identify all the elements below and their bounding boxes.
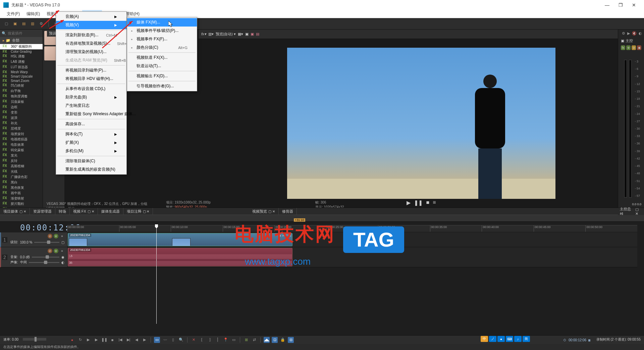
fx-item[interactable]: Smart Zoom xyxy=(0,79,43,83)
normal-edit-icon[interactable]: ▭ xyxy=(154,337,160,343)
menu-item[interactable]: 从事件布设音频 CD(L) xyxy=(56,85,126,93)
audio-track-row[interactable]: 202307061334 18 36 xyxy=(67,247,637,267)
pause-icon[interactable]: ❚❚ xyxy=(414,200,423,206)
panel-tab[interactable]: 项目注释▢ ✕ xyxy=(123,208,153,215)
fx-item[interactable]: 白平衡 xyxy=(0,88,43,94)
delete-icon[interactable]: ✕ xyxy=(191,337,197,343)
all-folder[interactable]: ▸ 📁 全部 xyxy=(0,37,43,44)
preview-overlay-icon[interactable]: ▣ xyxy=(245,32,249,36)
panel-tab[interactable]: 项目媒体▢ ✕ xyxy=(0,208,30,215)
menu-item[interactable]: ▫颜色分级(C)Alt+G xyxy=(127,43,197,52)
ime-indicator[interactable]: 简 xyxy=(523,336,530,342)
zoom-edit-icon[interactable]: 🔍 xyxy=(178,337,184,343)
pan-slider[interactable] xyxy=(29,262,59,263)
preview-quality-dropdown[interactable]: 预览(自动) ▾ xyxy=(216,32,236,37)
audio-track-header[interactable]: 2 ⊘ ※ ≡ 音量: 0.0 dB ◉ 声像: 中间 ◐ xyxy=(0,247,67,267)
menu-item[interactable]: 多机位(M)▶ xyxy=(56,147,126,155)
fx-item[interactable]: 360° 视频防抖 xyxy=(0,44,43,49)
menu-item[interactable]: 清理预渲染的视频(U)... xyxy=(56,48,126,56)
level-slider[interactable] xyxy=(34,242,59,243)
fx-list[interactable]: 360° 视频防抖Color GradingHSL 调整LAB 调整LUT 筛选… xyxy=(0,44,43,208)
fx-item[interactable]: LUT 筛选器 xyxy=(0,64,43,70)
track-automation-icon[interactable]: ◐ xyxy=(61,261,64,264)
menu-item[interactable]: 刻录光盘(B)▶ xyxy=(56,93,126,101)
fx-item[interactable]: 黑白 xyxy=(0,180,43,185)
fx-item[interactable]: 边框 xyxy=(0,104,43,110)
menu-icon[interactable]: ≡ xyxy=(433,200,436,206)
video-submenu[interactable]: ▫媒体 FX(M)...▫视频事件平移/裁切(P)...▫视频事件 FX(F).… xyxy=(127,17,197,91)
panel-tab[interactable]: 媒体生成器 xyxy=(98,208,123,215)
fx-item[interactable]: 波浪 xyxy=(0,115,43,121)
fx-item[interactable]: 钝化蒙板 xyxy=(0,147,43,153)
ime-indicator[interactable]: ● xyxy=(497,336,505,342)
menu-item[interactable]: 有选择地预渲染视频(S)...Shift+M xyxy=(56,39,126,48)
menu-item[interactable]: ▫视频事件 FX(F)... xyxy=(127,35,197,43)
menu-0[interactable]: 文件(F) xyxy=(3,10,23,18)
video-track-row[interactable]: 202307061334 ⇄ ✂ ▢ ≡ xyxy=(67,232,637,247)
timeline-ruler[interactable]: 00:00:00:0000:00:05:0000:00:10:0000:00:1… xyxy=(67,225,637,232)
play-icon[interactable]: ▶ xyxy=(407,200,411,206)
track-more-icon[interactable]: ≡ xyxy=(60,234,64,238)
lock-icon[interactable]: 🔒 xyxy=(280,337,286,343)
new-project-icon[interactable]: ▢ xyxy=(3,21,9,27)
fx-item[interactable]: 渐变映射 xyxy=(0,196,43,201)
menu-item[interactable]: 视频轨道 FX(X)... xyxy=(127,53,197,62)
fx-item[interactable]: 光线 xyxy=(0,169,43,174)
panel-tab[interactable]: 视频 FX▢ ✕ xyxy=(70,208,98,215)
menu-item[interactable]: 音频(A)▶ xyxy=(56,12,126,21)
preview-fx-icon[interactable]: fx▾ xyxy=(201,32,206,36)
preview-video[interactable] xyxy=(287,48,555,199)
audio-clip[interactable]: 202307061334 18 36 xyxy=(68,248,292,266)
fx-item[interactable]: 贝兹蒙板 xyxy=(0,99,43,104)
fx-item[interactable]: Mesh Warp xyxy=(0,70,43,74)
panel-tab[interactable]: 资源管理器 xyxy=(30,208,55,215)
fx-item[interactable]: 层维度 xyxy=(0,126,43,131)
panel-tab[interactable]: 视频预览▢ ✕ xyxy=(249,208,279,215)
menu-item[interactable]: 重新生成离线的嵌套音频(N) xyxy=(56,165,126,174)
solo-slot-icon[interactable]: ◉ xyxy=(637,45,641,50)
preview-copy-icon[interactable]: ▤ xyxy=(256,32,259,36)
envelope-edit-icon[interactable]: 〰 xyxy=(162,337,168,343)
quantize-icon[interactable]: ⊡ xyxy=(272,337,278,343)
go-end-icon[interactable]: ▶| xyxy=(125,337,131,343)
playhead[interactable] xyxy=(156,224,157,324)
tools-menu[interactable]: 音频(A)▶视频(V)▶渲染到新轨道(R)...Ctrl+M有选择地预渲染视频(… xyxy=(56,11,127,175)
minimize-button[interactable]: — xyxy=(600,2,614,8)
menu-1[interactable]: 编辑(E) xyxy=(23,10,43,18)
fx-item[interactable]: HSL 调整 xyxy=(0,54,43,59)
mute-slot-icon[interactable]: ⊘ xyxy=(632,45,636,50)
open-icon[interactable]: ▣ xyxy=(12,21,18,27)
fx-item[interactable]: Smart Upscale xyxy=(0,74,43,79)
menu-item[interactable]: 清除项目媒体(C) xyxy=(56,157,126,165)
clip-tools[interactable]: ⇄ ✂ ▢ ≡ xyxy=(278,234,291,237)
auto-crossfade-icon[interactable]: ◢◣ xyxy=(264,337,270,343)
menu-item[interactable]: 视频(V)▶ xyxy=(56,21,126,29)
close-button[interactable]: ✕ xyxy=(627,2,641,8)
selection-edit-icon[interactable]: ▯ xyxy=(170,337,176,343)
fx-item[interactable]: 画中画 xyxy=(0,190,43,196)
rate-slider[interactable] xyxy=(35,337,37,342)
menu-item[interactable]: 高级保存... xyxy=(56,120,126,128)
save-icon[interactable]: ▤ xyxy=(21,21,27,27)
preview-snapshot-icon[interactable]: ▣ xyxy=(251,32,254,36)
timeline-marker[interactable]: +31:10 xyxy=(294,218,305,222)
menu-item[interactable]: 扩展(X)▶ xyxy=(56,138,126,147)
fx-item[interactable]: 胶片颗粒 xyxy=(0,201,43,207)
compositing-icon[interactable]: ▢ xyxy=(61,240,64,244)
fx-item[interactable]: 凹凸映射 xyxy=(0,83,43,88)
properties-icon[interactable]: ⚙ xyxy=(38,21,44,27)
fx-item[interactable]: Color Grading xyxy=(0,49,43,54)
fx-item[interactable]: LAB 调整 xyxy=(0,59,43,64)
volume-slider[interactable] xyxy=(32,257,59,258)
pause-icon[interactable]: ❚❚ xyxy=(101,337,107,343)
preview-split-icon[interactable]: ▥▾ xyxy=(208,32,214,36)
play-icon[interactable]: ▶ xyxy=(93,337,99,343)
fx-item[interactable]: 电视模拟器 xyxy=(0,137,43,142)
preview-grid-icon[interactable]: ▦▾ xyxy=(238,32,243,36)
toggle-icon[interactable]: ▣ xyxy=(621,39,624,43)
marker-icon[interactable]: 📍 xyxy=(223,337,229,343)
fx-item[interactable]: 变形 xyxy=(0,110,43,115)
tracks-area[interactable]: 202307061334 ⇄ ✂ ▢ ≡ 202307061334 18 36 xyxy=(67,232,637,337)
fx-item[interactable]: 发光 xyxy=(0,153,43,158)
track-bypass-icon[interactable]: ⊘ xyxy=(48,234,52,238)
